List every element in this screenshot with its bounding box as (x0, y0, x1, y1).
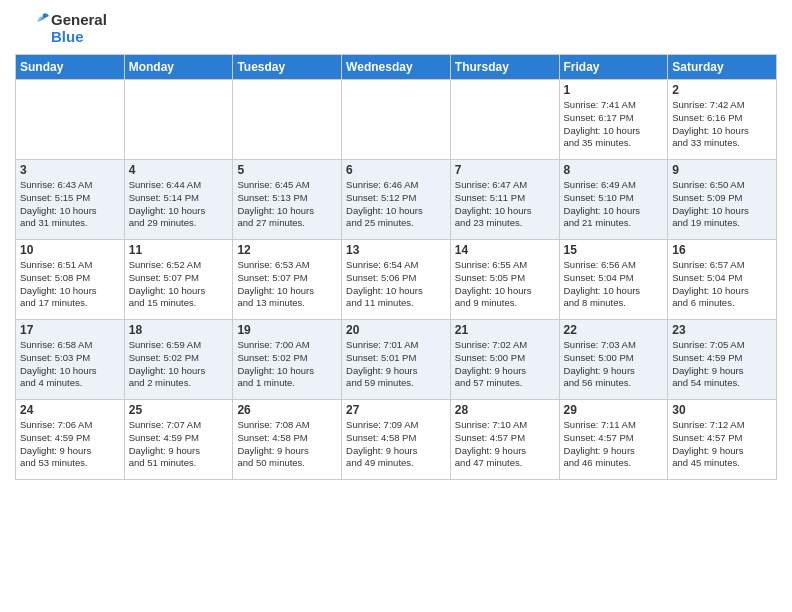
day-info: Sunrise: 6:46 AM Sunset: 5:12 PM Dayligh… (346, 179, 446, 230)
day-info: Sunrise: 6:56 AM Sunset: 5:04 PM Dayligh… (564, 259, 664, 310)
day-info: Sunrise: 6:44 AM Sunset: 5:14 PM Dayligh… (129, 179, 229, 230)
day-number: 1 (564, 83, 664, 97)
calendar-header-row: SundayMondayTuesdayWednesdayThursdayFrid… (16, 55, 777, 80)
day-cell: 30Sunrise: 7:12 AM Sunset: 4:57 PM Dayli… (668, 400, 777, 480)
day-cell: 26Sunrise: 7:08 AM Sunset: 4:58 PM Dayli… (233, 400, 342, 480)
col-header-thursday: Thursday (450, 55, 559, 80)
day-info: Sunrise: 6:59 AM Sunset: 5:02 PM Dayligh… (129, 339, 229, 390)
day-cell: 5Sunrise: 6:45 AM Sunset: 5:13 PM Daylig… (233, 160, 342, 240)
day-number: 23 (672, 323, 772, 337)
day-number: 12 (237, 243, 337, 257)
day-info: Sunrise: 6:51 AM Sunset: 5:08 PM Dayligh… (20, 259, 120, 310)
logo-text: General Blue (15, 10, 107, 46)
day-number: 2 (672, 83, 772, 97)
week-row-1: 1Sunrise: 7:41 AM Sunset: 6:17 PM Daylig… (16, 80, 777, 160)
day-info: Sunrise: 6:45 AM Sunset: 5:13 PM Dayligh… (237, 179, 337, 230)
day-cell: 15Sunrise: 6:56 AM Sunset: 5:04 PM Dayli… (559, 240, 668, 320)
day-cell: 2Sunrise: 7:42 AM Sunset: 6:16 PM Daylig… (668, 80, 777, 160)
day-cell: 17Sunrise: 6:58 AM Sunset: 5:03 PM Dayli… (16, 320, 125, 400)
day-cell: 22Sunrise: 7:03 AM Sunset: 5:00 PM Dayli… (559, 320, 668, 400)
week-row-5: 24Sunrise: 7:06 AM Sunset: 4:59 PM Dayli… (16, 400, 777, 480)
day-info: Sunrise: 7:41 AM Sunset: 6:17 PM Dayligh… (564, 99, 664, 150)
day-number: 7 (455, 163, 555, 177)
day-cell: 19Sunrise: 7:00 AM Sunset: 5:02 PM Dayli… (233, 320, 342, 400)
col-header-sunday: Sunday (16, 55, 125, 80)
header: General Blue (15, 10, 777, 46)
day-info: Sunrise: 6:57 AM Sunset: 5:04 PM Dayligh… (672, 259, 772, 310)
col-header-wednesday: Wednesday (342, 55, 451, 80)
day-number: 29 (564, 403, 664, 417)
day-number: 10 (20, 243, 120, 257)
day-number: 6 (346, 163, 446, 177)
day-info: Sunrise: 6:54 AM Sunset: 5:06 PM Dayligh… (346, 259, 446, 310)
day-cell: 28Sunrise: 7:10 AM Sunset: 4:57 PM Dayli… (450, 400, 559, 480)
day-cell: 27Sunrise: 7:09 AM Sunset: 4:58 PM Dayli… (342, 400, 451, 480)
day-cell: 10Sunrise: 6:51 AM Sunset: 5:08 PM Dayli… (16, 240, 125, 320)
calendar: SundayMondayTuesdayWednesdayThursdayFrid… (15, 54, 777, 480)
day-number: 5 (237, 163, 337, 177)
day-info: Sunrise: 7:12 AM Sunset: 4:57 PM Dayligh… (672, 419, 772, 470)
day-number: 25 (129, 403, 229, 417)
day-info: Sunrise: 7:08 AM Sunset: 4:58 PM Dayligh… (237, 419, 337, 470)
day-info: Sunrise: 7:02 AM Sunset: 5:00 PM Dayligh… (455, 339, 555, 390)
day-cell: 20Sunrise: 7:01 AM Sunset: 5:01 PM Dayli… (342, 320, 451, 400)
day-cell: 9Sunrise: 6:50 AM Sunset: 5:09 PM Daylig… (668, 160, 777, 240)
day-cell: 16Sunrise: 6:57 AM Sunset: 5:04 PM Dayli… (668, 240, 777, 320)
day-cell: 1Sunrise: 7:41 AM Sunset: 6:17 PM Daylig… (559, 80, 668, 160)
day-info: Sunrise: 7:07 AM Sunset: 4:59 PM Dayligh… (129, 419, 229, 470)
day-cell: 24Sunrise: 7:06 AM Sunset: 4:59 PM Dayli… (16, 400, 125, 480)
day-cell: 3Sunrise: 6:43 AM Sunset: 5:15 PM Daylig… (16, 160, 125, 240)
day-cell: 7Sunrise: 6:47 AM Sunset: 5:11 PM Daylig… (450, 160, 559, 240)
day-number: 4 (129, 163, 229, 177)
day-number: 11 (129, 243, 229, 257)
day-info: Sunrise: 6:55 AM Sunset: 5:05 PM Dayligh… (455, 259, 555, 310)
day-cell (124, 80, 233, 160)
day-cell: 13Sunrise: 6:54 AM Sunset: 5:06 PM Dayli… (342, 240, 451, 320)
day-number: 9 (672, 163, 772, 177)
day-info: Sunrise: 6:53 AM Sunset: 5:07 PM Dayligh… (237, 259, 337, 310)
day-info: Sunrise: 7:42 AM Sunset: 6:16 PM Dayligh… (672, 99, 772, 150)
day-info: Sunrise: 6:58 AM Sunset: 5:03 PM Dayligh… (20, 339, 120, 390)
day-cell: 12Sunrise: 6:53 AM Sunset: 5:07 PM Dayli… (233, 240, 342, 320)
page: General Blue SundayMondayTuesdayWednesda… (0, 0, 792, 490)
day-number: 28 (455, 403, 555, 417)
day-number: 18 (129, 323, 229, 337)
day-cell: 23Sunrise: 7:05 AM Sunset: 4:59 PM Dayli… (668, 320, 777, 400)
day-number: 13 (346, 243, 446, 257)
logo: General Blue (15, 10, 107, 46)
day-info: Sunrise: 6:50 AM Sunset: 5:09 PM Dayligh… (672, 179, 772, 230)
day-number: 16 (672, 243, 772, 257)
day-cell: 11Sunrise: 6:52 AM Sunset: 5:07 PM Dayli… (124, 240, 233, 320)
day-number: 3 (20, 163, 120, 177)
day-cell: 4Sunrise: 6:44 AM Sunset: 5:14 PM Daylig… (124, 160, 233, 240)
day-cell (233, 80, 342, 160)
day-info: Sunrise: 7:05 AM Sunset: 4:59 PM Dayligh… (672, 339, 772, 390)
day-number: 20 (346, 323, 446, 337)
day-cell: 29Sunrise: 7:11 AM Sunset: 4:57 PM Dayli… (559, 400, 668, 480)
day-info: Sunrise: 7:09 AM Sunset: 4:58 PM Dayligh… (346, 419, 446, 470)
day-number: 17 (20, 323, 120, 337)
day-number: 26 (237, 403, 337, 417)
col-header-tuesday: Tuesday (233, 55, 342, 80)
day-number: 27 (346, 403, 446, 417)
day-info: Sunrise: 7:06 AM Sunset: 4:59 PM Dayligh… (20, 419, 120, 470)
day-cell (342, 80, 451, 160)
day-cell: 8Sunrise: 6:49 AM Sunset: 5:10 PM Daylig… (559, 160, 668, 240)
col-header-monday: Monday (124, 55, 233, 80)
day-info: Sunrise: 6:52 AM Sunset: 5:07 PM Dayligh… (129, 259, 229, 310)
day-info: Sunrise: 6:49 AM Sunset: 5:10 PM Dayligh… (564, 179, 664, 230)
day-info: Sunrise: 7:10 AM Sunset: 4:57 PM Dayligh… (455, 419, 555, 470)
day-info: Sunrise: 7:11 AM Sunset: 4:57 PM Dayligh… (564, 419, 664, 470)
col-header-saturday: Saturday (668, 55, 777, 80)
week-row-4: 17Sunrise: 6:58 AM Sunset: 5:03 PM Dayli… (16, 320, 777, 400)
day-number: 22 (564, 323, 664, 337)
day-info: Sunrise: 7:01 AM Sunset: 5:01 PM Dayligh… (346, 339, 446, 390)
day-number: 14 (455, 243, 555, 257)
day-cell (16, 80, 125, 160)
day-info: Sunrise: 7:03 AM Sunset: 5:00 PM Dayligh… (564, 339, 664, 390)
week-row-2: 3Sunrise: 6:43 AM Sunset: 5:15 PM Daylig… (16, 160, 777, 240)
day-number: 15 (564, 243, 664, 257)
day-info: Sunrise: 6:47 AM Sunset: 5:11 PM Dayligh… (455, 179, 555, 230)
day-cell (450, 80, 559, 160)
day-number: 30 (672, 403, 772, 417)
